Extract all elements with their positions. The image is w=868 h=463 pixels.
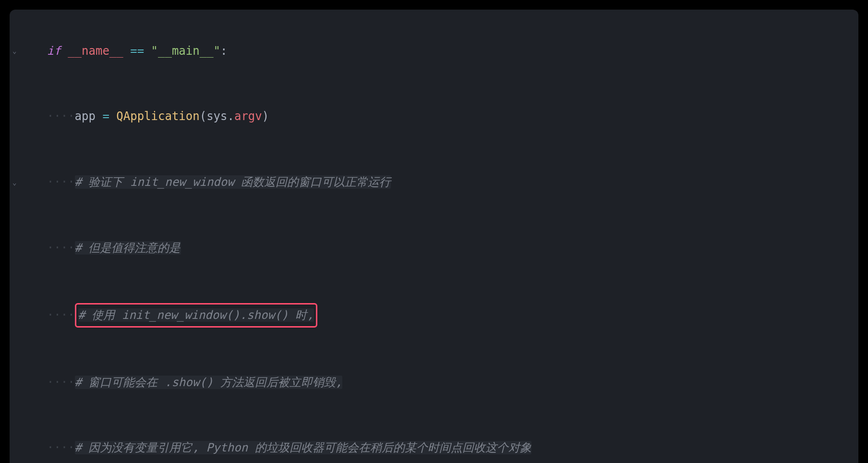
attr-argv: argv <box>234 110 262 123</box>
whitespace: ···· <box>47 308 75 322</box>
lparen: ( <box>200 110 206 123</box>
code-line[interactable]: ⌄····# 验证下 init_new_window 函数返回的窗口可以正常运行 <box>10 150 858 216</box>
code-line[interactable]: ····# 使用 init_new_window().show() 时, <box>10 281 858 350</box>
code-line[interactable]: ····# 但是值得注意的是 <box>10 215 858 281</box>
dot: . <box>228 110 234 123</box>
colon: : <box>220 44 227 58</box>
whitespace <box>123 44 130 58</box>
whitespace: ···· <box>47 175 75 189</box>
operator-eq: == <box>130 44 144 58</box>
code-line[interactable]: ····app = QApplication(sys.argv) <box>10 84 858 150</box>
operator-assign: = <box>102 110 109 123</box>
dunder-name: __name__ <box>68 44 123 58</box>
fold-icon[interactable]: ⌄ <box>12 176 16 189</box>
string-main: "__main__" <box>151 44 221 58</box>
comment: # 验证下 init_new_window 函数返回的窗口可以正常运行 <box>75 175 391 189</box>
highlight-annotation: # 使用 init_new_window().show() 时, <box>75 303 317 328</box>
code-editor[interactable]: ⌄if __name__ == "__main__": ····app = QA… <box>10 10 858 463</box>
module-sys: sys <box>206 110 227 123</box>
code-line[interactable]: ⌄if __name__ == "__main__": <box>10 18 858 84</box>
rparen: ) <box>262 110 269 123</box>
comment: # 但是值得注意的是 <box>75 241 181 255</box>
whitespace <box>61 44 68 58</box>
whitespace: ···· <box>47 241 75 255</box>
keyword-if: if <box>47 44 61 58</box>
comment: # 因为没有变量引用它, Python 的垃圾回收器可能会在稍后的某个时间点回收… <box>75 441 531 454</box>
whitespace: ···· <box>47 110 75 123</box>
code-line[interactable]: ····# 窗口可能会在 .show() 方法返回后被立即销毁, <box>10 350 858 415</box>
comment: # 窗口可能会在 .show() 方法返回后被立即销毁, <box>75 376 342 389</box>
whitespace: ···· <box>47 376 75 389</box>
whitespace: ···· <box>47 441 75 454</box>
fold-icon[interactable]: ⌄ <box>12 45 16 58</box>
comment: # 使用 init_new_window().show() 时, <box>78 308 314 322</box>
whitespace <box>144 44 151 58</box>
whitespace <box>109 110 116 123</box>
class-qapplication: QApplication <box>116 110 199 123</box>
whitespace <box>96 110 102 123</box>
code-line[interactable]: ····# 因为没有变量引用它, Python 的垃圾回收器可能会在稍后的某个时… <box>10 415 858 463</box>
var-app: app <box>75 110 96 123</box>
